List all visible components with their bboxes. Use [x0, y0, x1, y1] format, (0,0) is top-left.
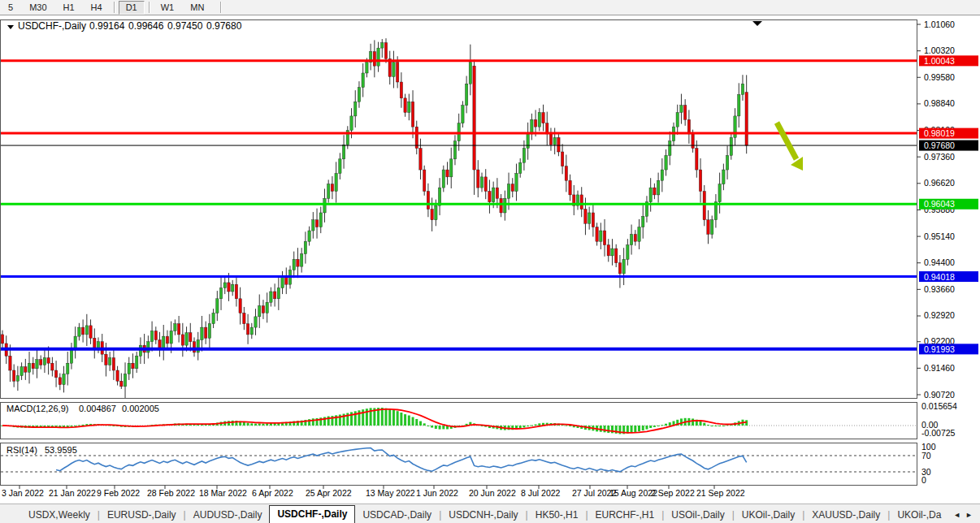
svg-text:0.96043: 0.96043 [924, 199, 955, 209]
chart-tab-bar: USDX,Weekly|EURUSD-,Daily|AUDUSD-,DailyU… [0, 504, 980, 523]
chart-tab-xauusd-daily[interactable]: XAUUSD-,Daily [804, 507, 887, 523]
date-tick-label: 20 Jun 2022 [469, 488, 516, 498]
date-tick-label: 6 Apr 2022 [252, 488, 293, 498]
chart-tab-ukoil-daily[interactable]: UKOil-,Daily [735, 507, 802, 523]
date-tick-label: 9 Feb 2022 [97, 488, 140, 498]
chart-area[interactable]: USDCHF-,Daily 0.99164 0.99646 0.97450 0.… [0, 0, 980, 504]
price-tick-label: 1.01060 [924, 19, 955, 29]
price-tag-0.98019: 0.98019 [919, 128, 978, 139]
date-tick-label: 8 Jul 2022 [521, 488, 561, 498]
price-tick-label: 0.92920 [924, 310, 955, 320]
price-tick-label: 0.90720 [924, 390, 955, 400]
price-tick-label: 0.99580 [924, 72, 955, 82]
chart-tab-usdchf-daily[interactable]: USDCHF-,Daily [269, 505, 355, 523]
ohlc-open: 0.99164 [89, 20, 125, 32]
rsi-axis-70: 70 [921, 451, 931, 460]
date-tick-label: 13 May 2022 [366, 488, 415, 498]
price-tag-0.91993: 0.91993 [919, 344, 978, 354]
rsi-axis-0: 0 [921, 475, 926, 485]
ohlc-low: 0.97450 [167, 20, 203, 32]
rsi-panel-frame [1, 443, 917, 486]
chart-title: USDCHF-,Daily 0.99164 0.99646 0.97450 0.… [7, 20, 242, 32]
chart-tab-eurchf-h1[interactable]: EURCHF-,H1 [588, 507, 662, 523]
price-tick-label: 0.96620 [924, 178, 955, 188]
chart-tab-usdcnh-daily[interactable]: USDCNH-,Daily [441, 507, 525, 523]
macd-value-main: 0.004867 [79, 404, 116, 413]
tab-scroll-buttons: ◄► [953, 511, 978, 519]
chart-tab-audusd-daily[interactable]: AUDUSD-,Daily [186, 507, 270, 523]
price-tick-label: 0.98840 [924, 98, 955, 108]
ohlc-high: 0.99646 [128, 20, 164, 32]
chart-tab-usoil-daily[interactable]: USOil-,Daily [664, 507, 731, 523]
date-tick-label: 3 Jan 2022 [2, 488, 44, 498]
svg-text:0.98019: 0.98019 [924, 128, 955, 138]
tab-scroll-right-icon[interactable]: ► [965, 511, 978, 519]
price-tag-1.00043: 1.00043 [919, 55, 978, 66]
price-tick-label: 0.95140 [924, 231, 955, 241]
price-tick-label: 0.97360 [924, 152, 955, 162]
date-tick-label: 2 Sep 2022 [651, 488, 695, 498]
date-axis[interactable]: 3 Jan 202221 Jan 20229 Feb 202228 Feb 20… [2, 486, 745, 498]
date-tick-label: 25 Apr 2022 [306, 488, 352, 498]
chart-tab-usdx-weekly[interactable]: USDX,Weekly [21, 507, 98, 523]
chart-tab-usdcad-daily[interactable]: USDCAD-,Daily [355, 507, 439, 523]
price-tick-label: 0.91460 [924, 363, 955, 373]
macd-label: MACD(12,26,9) [7, 404, 68, 413]
rsi-label: RSI(14) [7, 445, 37, 455]
svg-text:1.00043: 1.00043 [924, 56, 955, 66]
chart-tab-hk50-h1[interactable]: HK50-,H1 [528, 507, 586, 523]
chart-tab-ukoil-da[interactable]: UKOil-,Da [890, 507, 948, 523]
date-tick-label: 21 Sep 2022 [696, 488, 745, 498]
price-axis[interactable]: 1.010601.003200.995800.988400.981000.973… [917, 19, 978, 400]
price-tick-label: 0.94400 [924, 257, 955, 267]
macd-axis-bottom: -0.00725 [921, 428, 956, 438]
ohlc-close: 0.97680 [206, 20, 242, 32]
svg-text:0.94018: 0.94018 [924, 272, 955, 282]
macd-value-signal: 0.002005 [122, 404, 159, 413]
chart-tab-eurusd-daily[interactable]: EURUSD-,Daily [100, 507, 184, 523]
date-tick-label: 28 Feb 2022 [147, 488, 195, 498]
price-tick-label: 1.00320 [924, 45, 955, 55]
date-tick-label: 18 Mar 2022 [199, 488, 247, 498]
price-tick-label: 0.93660 [924, 284, 955, 294]
price-tag-0.96043: 0.96043 [919, 199, 978, 210]
price-tag-0.97680: 0.97680 [919, 140, 978, 151]
date-tick-label: 21 Jan 2022 [49, 488, 96, 498]
price-tag-0.94018: 0.94018 [919, 271, 978, 282]
svg-text:0.91993: 0.91993 [924, 344, 955, 354]
tab-scroll-left-icon[interactable]: ◄ [953, 511, 965, 519]
macd-axis-top: 0.015654 [921, 401, 957, 411]
mt4-window: { "toolbar": { "timeframes": [ {"label":… [0, 0, 980, 523]
svg-text:0.97680: 0.97680 [924, 140, 955, 150]
symbol-label: USDCHF-,Daily [18, 20, 86, 32]
date-tick-label: 1 Jun 2022 [416, 488, 458, 498]
rsi-value: 53.9595 [45, 445, 77, 455]
main-chart-frame [1, 20, 917, 399]
